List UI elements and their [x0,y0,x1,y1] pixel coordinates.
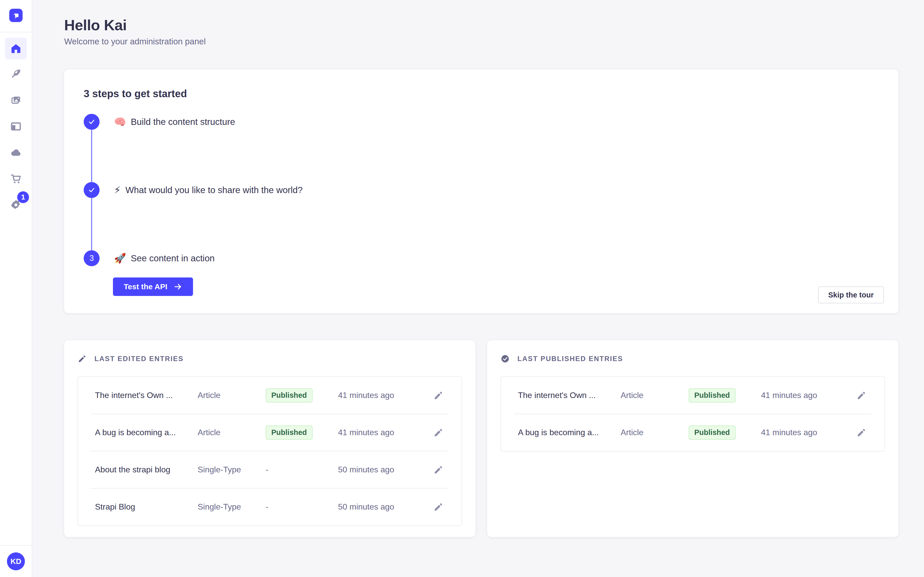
panel-header: LAST PUBLISHED ENTRIES [501,354,885,363]
last-published-table: The internet's Own ... Article Published… [501,376,885,451]
step-done-bullet [84,182,100,198]
panel-title: LAST PUBLISHED ENTRIES [517,355,623,363]
status-badge: Published [266,388,313,403]
pencil-icon [433,390,444,401]
media-library-icon [10,94,22,106]
page-title: Hello Kai [64,16,898,34]
step-label: ⚡ What would you like to share with the … [114,184,303,196]
table-row: Strapi Blog Single-Type - 50 minutes ago [78,488,462,525]
status-badge: Published [689,388,736,403]
entry-type: Article [198,390,266,400]
step-connector [91,130,92,182]
entry-time: 41 minutes ago [761,390,855,400]
main-content: Hello Kai Welcome to your administration… [32,0,924,577]
pencil-icon [78,354,87,363]
pencil-icon [856,427,866,438]
table-row: About the strapi blog Single-Type - 50 m… [78,451,462,488]
entry-title: The internet's Own ... [95,390,198,400]
last-edited-table: The internet's Own ... Article Published… [78,376,462,526]
status-badge: Published [266,425,313,440]
status-value: - [266,502,268,512]
sidebar-nav: 1 [0,32,32,211]
table-row: A bug is becoming a... Article Published… [78,414,462,451]
cloud-icon [10,147,22,158]
lightning-emoji: ⚡ [114,184,121,196]
onboarding-title: 3 steps to get started [84,88,880,100]
layout-icon [10,121,22,132]
edit-entry-button[interactable] [432,427,444,439]
entry-type: Single-Type [198,465,266,474]
entry-time: 50 minutes ago [338,502,432,512]
step-number: 3 [89,254,94,263]
sidebar-footer: KD [0,545,32,577]
entry-title: About the strapi blog [95,465,198,474]
step-connector [91,198,92,250]
step-text: Build the content structure [131,117,235,127]
skip-the-tour-button[interactable]: Skip the tour [818,287,884,303]
sidebar-item-settings[interactable]: 1 [10,198,22,211]
test-the-api-label: Test the API [124,282,167,291]
sidebar-item-home[interactable] [5,38,27,59]
strapi-admin-app: 1 KD Hello Kai Welcome to your administr… [0,0,924,577]
sidebar: 1 KD [0,0,32,577]
step-share-with-world: ⚡ What would you like to share with the … [84,182,880,198]
user-avatar[interactable]: KD [7,552,25,571]
step-text: See content in action [131,253,215,263]
home-icon [10,43,22,54]
edit-entry-button[interactable] [432,389,444,401]
entry-type: Article [620,390,689,400]
status-badge: Published [689,425,736,440]
sidebar-item-content-manager[interactable] [10,68,22,81]
entry-type: Article [198,428,266,437]
check-circle-icon [501,354,510,363]
cart-icon [10,173,22,185]
test-the-api-button[interactable]: Test the API [113,277,193,296]
entries-panels: LAST EDITED ENTRIES The internet's Own .… [64,340,898,537]
page-subtitle: Welcome to your administration panel [64,37,898,47]
entry-title: Strapi Blog [95,502,198,512]
edit-entry-button[interactable] [855,427,867,439]
check-icon [88,118,95,126]
edit-entry-button[interactable] [855,389,867,401]
pencil-icon [856,390,866,401]
panel-header: LAST EDITED ENTRIES [78,354,462,363]
panel-title: LAST EDITED ENTRIES [94,355,184,363]
step-see-content-in-action: 3 🚀 See content in action [84,250,880,266]
edit-entry-button[interactable] [432,501,444,513]
entry-time: 41 minutes ago [338,390,432,400]
sidebar-item-cloud[interactable] [10,146,22,159]
strapi-logo[interactable] [9,9,23,22]
edit-entry-button[interactable] [432,464,444,476]
pencil-icon [433,502,444,512]
step-done-bullet [84,114,100,130]
entry-title: The internet's Own ... [518,390,620,400]
entry-time: 41 minutes ago [761,428,855,437]
strapi-logo-icon [11,11,20,20]
sidebar-item-content-type-builder[interactable] [10,120,22,133]
pencil-icon [433,465,444,475]
brain-emoji: 🧠 [114,116,126,127]
entry-time: 41 minutes ago [338,428,432,437]
sidebar-item-media-library[interactable] [10,94,22,107]
sidebar-item-marketplace[interactable] [10,172,22,185]
step-label: 🧠 Build the content structure [114,116,235,127]
entry-type: Article [620,428,689,437]
step-build-content-structure: 🧠 Build the content structure [84,114,880,130]
step-number-bullet: 3 [84,250,100,266]
pencil-icon [433,427,444,438]
table-row: A bug is becoming a... Article Published… [501,414,884,451]
entry-type: Single-Type [198,502,266,512]
onboarding-steps: 🧠 Build the content structure ⚡ What wou… [84,114,880,296]
last-published-entries-panel: LAST PUBLISHED ENTRIES The internet's Ow… [487,340,898,537]
step-text: What would you like to share with the wo… [126,185,303,195]
feather-icon [10,68,22,80]
entry-title: A bug is becoming a... [518,428,620,437]
settings-notification-badge: 1 [17,191,29,203]
rocket-emoji: 🚀 [114,253,126,264]
check-icon [88,186,95,194]
status-value: - [266,465,268,474]
last-edited-entries-panel: LAST EDITED ENTRIES The internet's Own .… [64,340,475,537]
onboarding-card: 3 steps to get started 🧠 Build the conte… [64,69,898,313]
table-row: The internet's Own ... Article Published… [501,377,884,414]
entry-title: A bug is becoming a... [95,428,198,437]
